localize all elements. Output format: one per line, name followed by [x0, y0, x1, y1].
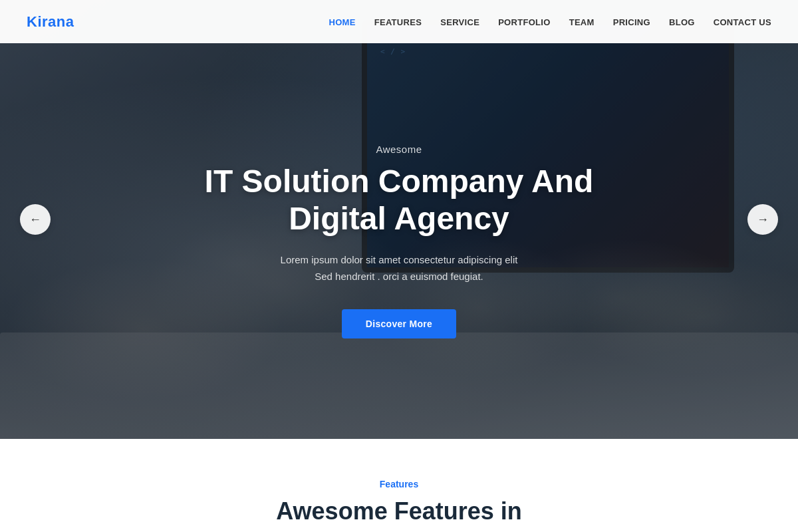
hero-title: IT Solution Company And Digital Agency [166, 163, 632, 236]
nav-service[interactable]: SERVICE [440, 17, 479, 27]
nav-pricing[interactable]: PRICING [613, 17, 650, 27]
carousel-next-button[interactable]: → [747, 204, 778, 235]
hero-subtitle-line2: Sed hendrerit . orci a euismod feugiat. [315, 271, 483, 282]
arrow-right-icon: → [757, 213, 769, 227]
nav-blog[interactable]: BLOG [669, 17, 695, 27]
hero-content: Awesome IT Solution Company And Digital … [0, 0, 798, 439]
nav-contact[interactable]: CONTACT US [714, 17, 771, 27]
nav-home[interactable]: HOME [329, 17, 355, 27]
features-eyebrow: Features [13, 479, 785, 489]
features-title: Awesome Features in [13, 497, 785, 525]
nav-portfolio[interactable]: PORTFOLIO [498, 17, 551, 27]
navbar: Kirana HOME FEATURES SERVICE PORTFOLIO T… [0, 0, 798, 43]
nav-links: HOME FEATURES SERVICE PORTFOLIO TEAM PRI… [329, 16, 771, 28]
arrow-left-icon: ← [29, 213, 41, 227]
hero-cta-button[interactable]: Discover More [342, 309, 456, 338]
features-section: Features Awesome Features in [0, 439, 798, 532]
hero-eyebrow: Awesome [376, 144, 422, 155]
nav-team[interactable]: TEAM [569, 17, 595, 27]
hero-subtitle: Lorem ipsum dolor sit amet consectetur a… [281, 251, 518, 285]
nav-features[interactable]: FEATURES [374, 17, 422, 27]
hero-subtitle-line1: Lorem ipsum dolor sit amet consectetur a… [281, 254, 518, 265]
hero-section: ← Awesome IT Solution Company And Digita… [0, 0, 798, 439]
brand-logo[interactable]: Kirana [27, 13, 74, 31]
carousel-prev-button[interactable]: ← [20, 204, 51, 235]
